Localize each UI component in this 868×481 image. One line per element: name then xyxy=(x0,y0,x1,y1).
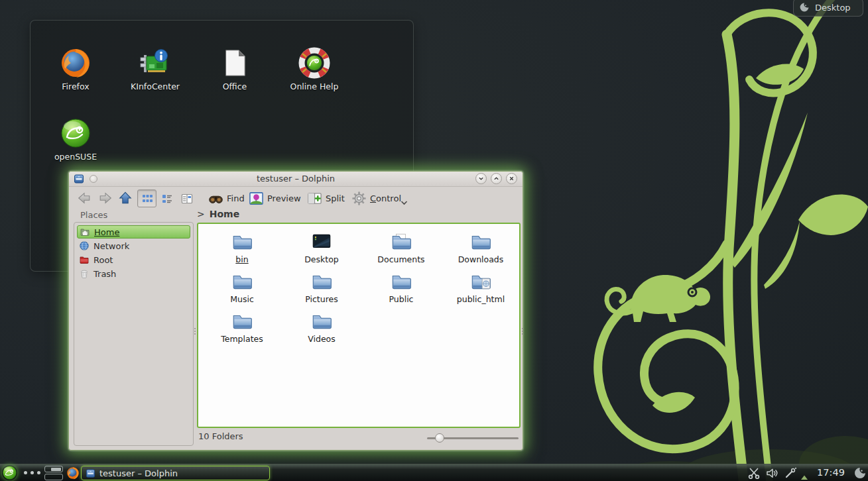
preview-button[interactable]: Preview xyxy=(249,189,301,207)
folder-item-desktop[interactable]: Desktop xyxy=(283,231,360,264)
folder-item-public[interactable]: Public xyxy=(363,270,440,304)
opensuse-launcher-icon xyxy=(2,465,17,480)
chevron-down-icon xyxy=(401,200,408,205)
folder-label: Templates xyxy=(204,334,280,344)
folder-view[interactable]: bin Desktop Documents Downloads Music Pi… xyxy=(197,223,521,428)
folder-label: Music xyxy=(204,294,280,304)
find-button[interactable]: Find xyxy=(208,189,245,207)
breadcrumb-caret: > xyxy=(197,209,205,219)
breadcrumb[interactable]: > Home xyxy=(197,209,239,219)
split-label: Split xyxy=(326,193,345,203)
places-panel-header: Places xyxy=(80,210,107,220)
forward-arrow-icon xyxy=(98,191,113,205)
folder-icon xyxy=(231,270,253,293)
zoom-slider-handle[interactable] xyxy=(435,433,444,443)
places-item-label: Network xyxy=(93,241,129,251)
desktop-icon-firefox[interactable]: Firefox xyxy=(39,47,112,91)
pager-desktop-2[interactable] xyxy=(44,474,63,480)
folder-label: Videos xyxy=(283,334,360,344)
lifebuoy-help-icon xyxy=(298,47,330,79)
preview-image-icon xyxy=(249,191,264,206)
folder-item-documents[interactable]: Documents xyxy=(363,231,440,264)
firefox-quicklaunch-button[interactable] xyxy=(66,466,80,480)
dolphin-app-icon xyxy=(86,468,95,478)
panel-cashew-button[interactable] xyxy=(853,466,867,480)
folder-item-music[interactable]: Music xyxy=(204,270,280,304)
desktop-icon-office[interactable]: Office xyxy=(198,47,271,91)
desktop-icon-opensuse[interactable]: openSUSE xyxy=(39,117,112,162)
places-item-label: Root xyxy=(93,255,113,265)
back-button[interactable] xyxy=(75,189,93,207)
minimize-button[interactable] xyxy=(475,173,487,184)
statusbar-text: 10 Folders xyxy=(198,431,243,441)
virtual-desktop-pager[interactable] xyxy=(44,466,63,480)
desktop-icon-kinfocenter[interactable]: KInfoCenter xyxy=(119,47,192,91)
split-view-icon xyxy=(307,191,322,206)
window-title: testuser – Dolphin xyxy=(69,174,523,184)
places-item-trash[interactable]: Trash xyxy=(77,267,190,280)
places-panel: Home Network Root Trash xyxy=(74,222,194,446)
folder-label: bin xyxy=(204,254,280,264)
folder-label: Documents xyxy=(363,254,440,264)
close-button[interactable] xyxy=(506,173,517,184)
device-notifier-tray-button[interactable] xyxy=(784,466,797,480)
desktop-icon-label: KInfoCenter xyxy=(119,81,192,91)
home-folder-icon xyxy=(80,227,90,237)
forward-button[interactable] xyxy=(96,189,115,207)
folder-item-downloads[interactable]: Downloads xyxy=(442,231,519,264)
clipboard-tray-button[interactable] xyxy=(747,466,761,480)
places-item-label: Trash xyxy=(93,269,116,279)
folder-item-templates[interactable]: Templates xyxy=(204,310,280,344)
cashew-icon xyxy=(799,2,810,13)
folder-label: Downloads xyxy=(442,254,519,264)
folder-label: Desktop xyxy=(283,254,360,264)
split-button[interactable]: Split xyxy=(307,189,345,207)
icons-view-icon xyxy=(141,193,153,205)
folder-icon xyxy=(310,310,333,333)
folder-item-pictures[interactable]: Pictures xyxy=(283,270,360,304)
folder-icon xyxy=(390,270,412,293)
desktop-icon-online-help[interactable]: Online Help xyxy=(278,47,351,91)
up-arrow-icon xyxy=(118,191,133,205)
tray-expander-button[interactable] xyxy=(800,470,808,476)
folder-item-videos[interactable]: Videos xyxy=(283,310,360,344)
desktop-toolbox[interactable]: Desktop xyxy=(793,0,863,17)
trash-icon xyxy=(79,268,90,279)
task-button-dolphin[interactable]: testuser – Dolphin xyxy=(81,466,270,480)
control-dropdown-caret[interactable] xyxy=(401,195,408,208)
pager-desktop-1[interactable] xyxy=(44,466,63,472)
control-button[interactable]: Control xyxy=(351,189,401,207)
folder-item-public-html[interactable]: public_html xyxy=(442,270,519,304)
places-item-network[interactable]: Network xyxy=(77,239,190,252)
breadcrumb-home[interactable]: Home xyxy=(210,209,239,219)
opensuse-orb-icon xyxy=(60,117,92,149)
icons-view-button[interactable] xyxy=(137,189,156,207)
places-item-root[interactable]: Root xyxy=(77,253,190,266)
firefox-icon xyxy=(60,47,92,79)
window-titlebar[interactable]: testuser – Dolphin xyxy=(69,172,523,187)
window-toolbar: Find Preview Split Control xyxy=(69,186,523,210)
maximize-icon xyxy=(493,176,499,182)
places-item-home[interactable]: Home xyxy=(77,225,190,239)
zoom-slider[interactable] xyxy=(427,433,520,443)
desktop-icon-label: openSUSE xyxy=(39,152,112,162)
back-arrow-icon xyxy=(77,191,92,205)
scissors-clipboard-icon xyxy=(747,466,761,480)
application-launcher-button[interactable] xyxy=(2,465,17,480)
up-button[interactable] xyxy=(116,189,135,207)
activity-dots-button[interactable] xyxy=(24,471,40,474)
details-view-button[interactable] xyxy=(157,189,176,207)
folder-item-bin[interactable]: bin xyxy=(204,231,280,264)
digital-clock[interactable]: 17:49 xyxy=(812,467,850,478)
panel-splitter-handle[interactable] xyxy=(193,324,196,339)
view-splitter-handle[interactable] xyxy=(521,324,524,339)
task-button-label: testuser – Dolphin xyxy=(99,468,178,478)
desktop-toolbox-label: Desktop xyxy=(815,3,851,13)
find-label: Find xyxy=(227,193,245,203)
columns-view-button[interactable] xyxy=(177,189,196,207)
details-view-icon xyxy=(161,193,173,205)
volume-tray-button[interactable] xyxy=(765,466,778,480)
control-label: Control xyxy=(370,193,401,203)
maximize-button[interactable] xyxy=(491,173,502,184)
places-item-label: Home xyxy=(94,227,119,237)
